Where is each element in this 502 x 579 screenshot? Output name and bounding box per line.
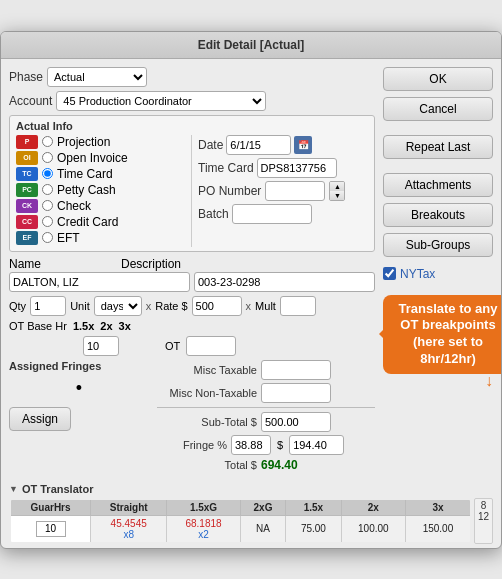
x15g-val: 68.1818 bbox=[171, 518, 236, 529]
radio-projection-input[interactable] bbox=[42, 136, 53, 147]
x3-val: 150.00 bbox=[423, 523, 454, 534]
side-num-12: 12 bbox=[478, 511, 489, 522]
radio-time-card-input[interactable] bbox=[42, 168, 53, 179]
date-input[interactable] bbox=[226, 135, 291, 155]
straight-val: 45.4545 bbox=[95, 518, 162, 529]
qty-label: Qty bbox=[9, 300, 26, 312]
col-1.5xg: 1.5xG bbox=[167, 499, 241, 516]
projection-icon: P bbox=[16, 135, 38, 149]
date-row: Date 📅 bbox=[198, 135, 368, 155]
cancel-button[interactable]: Cancel bbox=[383, 97, 493, 121]
col-straight: Straight bbox=[91, 499, 167, 516]
3x-label: 3x bbox=[119, 320, 131, 332]
account-select[interactable]: 45 Production Coordinator bbox=[56, 91, 266, 111]
sub-total-input[interactable] bbox=[261, 412, 331, 432]
ot-base-input[interactable] bbox=[83, 336, 119, 356]
account-label: Account bbox=[9, 94, 52, 108]
sub-total-label: Sub-Total $ bbox=[157, 416, 257, 428]
misc-taxable-label: Misc Taxable bbox=[157, 364, 257, 376]
ny-tax-checkbox[interactable] bbox=[383, 267, 396, 280]
radio-open-invoice-input[interactable] bbox=[42, 152, 53, 163]
fringe-dollar-input[interactable] bbox=[289, 435, 344, 455]
misc-taxable-row: Misc Taxable bbox=[157, 360, 375, 380]
radio-petty-cash: PC Petty Cash bbox=[16, 183, 187, 197]
side-numbers: 8 12 bbox=[474, 498, 493, 544]
po-spin-down[interactable]: ▼ bbox=[330, 191, 344, 200]
bubble-arrow-icon: ↓ bbox=[485, 371, 493, 392]
check-icon: CK bbox=[16, 199, 38, 213]
eft-label: EFT bbox=[57, 231, 80, 245]
phase-select[interactable]: Actual bbox=[47, 67, 147, 87]
actual-info-label: Actual Info bbox=[16, 120, 368, 132]
credit-card-label: Credit Card bbox=[57, 215, 118, 229]
ot-label: OT bbox=[165, 340, 180, 352]
misc-non-taxable-label: Misc Non-Taxable bbox=[157, 387, 257, 399]
col-1.5x: 1.5x bbox=[286, 499, 341, 516]
x15g-x2: x2 bbox=[171, 529, 236, 540]
translate-bubble: Translate to any OT breakpoints (here se… bbox=[383, 295, 502, 375]
col-2xg: 2xG bbox=[240, 499, 285, 516]
mult-input[interactable] bbox=[280, 296, 316, 316]
rate-label: Rate $ bbox=[155, 300, 187, 312]
ny-tax-label: NYTax bbox=[400, 267, 435, 281]
open-invoice-label: Open Invoice bbox=[57, 151, 128, 165]
fringe-pct-label: Fringe % bbox=[157, 439, 227, 451]
ot-base-label: OT Base Hr bbox=[9, 320, 67, 332]
sub-total-row: Sub-Total $ bbox=[157, 412, 375, 432]
po-spin-up[interactable]: ▲ bbox=[330, 182, 344, 191]
x2-val: 100.00 bbox=[358, 523, 389, 534]
radio-credit-card-input[interactable] bbox=[42, 216, 53, 227]
ok-button[interactable]: OK bbox=[383, 67, 493, 91]
name-input[interactable] bbox=[9, 272, 190, 292]
radio-time-card: TC Time Card bbox=[16, 167, 187, 181]
unit-select[interactable]: days bbox=[94, 296, 142, 316]
qty-input[interactable] bbox=[30, 296, 66, 316]
calendar-button[interactable]: 📅 bbox=[294, 136, 312, 154]
breakouts-button[interactable]: Breakouts bbox=[383, 203, 493, 227]
phase-label: Phase bbox=[9, 70, 43, 84]
ot-translator-label: OT Translator bbox=[22, 483, 94, 495]
misc-non-taxable-input[interactable] bbox=[261, 383, 331, 403]
rate-input[interactable] bbox=[192, 296, 242, 316]
repeat-last-button[interactable]: Repeat Last bbox=[383, 135, 493, 159]
fringes-dot: • bbox=[9, 378, 149, 399]
guar-hrs-input[interactable] bbox=[36, 521, 66, 537]
po-spinner[interactable]: ▲ ▼ bbox=[329, 181, 345, 201]
fringe-pct-input[interactable] bbox=[231, 435, 271, 455]
time-card-input[interactable] bbox=[257, 158, 337, 178]
actual-info-section: Actual Info P Projection OI O bbox=[9, 115, 375, 252]
col-3x: 3x bbox=[406, 499, 471, 516]
x2g-cell: NA bbox=[240, 515, 285, 543]
actual-info-right: Date 📅 Time Card PO Number bbox=[192, 135, 368, 247]
ot-table: GuarHrs Straight 1.5xG 2xG 1.5x 2x 3x bbox=[9, 498, 472, 544]
assigned-fringes: Assigned Fringes • Assign bbox=[9, 360, 149, 431]
ot-triangle-icon: ▼ bbox=[9, 484, 18, 494]
left-panel: Phase Actual Account 45 Production Coord… bbox=[9, 67, 375, 475]
bubble-container: Translate to any OT breakpoints (here se… bbox=[383, 295, 493, 375]
radio-list: P Projection OI Open Invoice TC bbox=[16, 135, 192, 247]
fringe-pct-row: Fringe % $ bbox=[157, 435, 375, 455]
po-number-input[interactable] bbox=[265, 181, 325, 201]
misc-taxable-input[interactable] bbox=[261, 360, 331, 380]
batch-input[interactable] bbox=[232, 204, 312, 224]
credit-card-icon: CC bbox=[16, 215, 38, 229]
po-number-row: PO Number ▲ ▼ bbox=[198, 181, 368, 201]
edit-detail-window: Edit Detail [Actual] Phase Actual Accoun… bbox=[0, 31, 502, 549]
title-bar: Edit Detail [Actual] bbox=[1, 32, 501, 59]
description-input[interactable] bbox=[194, 272, 375, 292]
col-2x: 2x bbox=[341, 499, 405, 516]
2x-label: 2x bbox=[100, 320, 112, 332]
radio-projection: P Projection bbox=[16, 135, 187, 149]
x15-val: 75.00 bbox=[301, 523, 326, 534]
ot-input[interactable] bbox=[186, 336, 236, 356]
assign-button[interactable]: Assign bbox=[9, 407, 71, 431]
radio-eft-input[interactable] bbox=[42, 232, 53, 243]
attachments-button[interactable]: Attachments bbox=[383, 173, 493, 197]
radio-petty-cash-input[interactable] bbox=[42, 184, 53, 195]
check-label: Check bbox=[57, 199, 91, 213]
sub-groups-button[interactable]: Sub-Groups bbox=[383, 233, 493, 257]
x15-cell: 75.00 bbox=[286, 515, 341, 543]
open-invoice-icon: OI bbox=[16, 151, 38, 165]
time-card-field-label: Time Card bbox=[198, 161, 254, 175]
radio-check-input[interactable] bbox=[42, 200, 53, 211]
